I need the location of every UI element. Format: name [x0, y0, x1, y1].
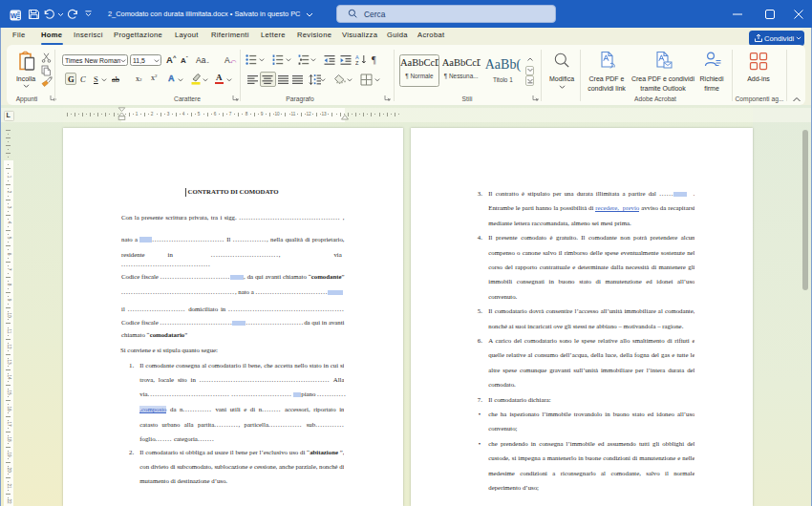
svg-text:W: W: [11, 11, 17, 20]
svg-text:Z: Z: [355, 60, 359, 66]
svg-text:A: A: [355, 54, 359, 60]
